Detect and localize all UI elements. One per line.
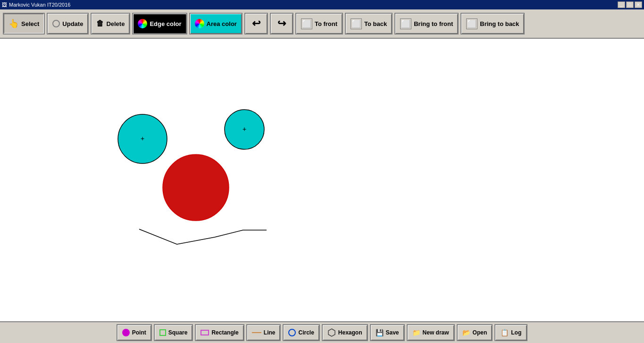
log-icon: 📋 (501, 329, 509, 336)
bring-to-back-label: Bring to back (480, 20, 519, 27)
rectangle-icon (201, 330, 209, 335)
drawing-canvas[interactable]: + + (0, 39, 644, 321)
close-button[interactable]: ✕ (635, 1, 642, 8)
select-button[interactable]: 👆 Select (3, 13, 45, 34)
toolbar: 👆 Select Update 🗑 Delete Edge color Area… (0, 9, 644, 39)
delete-label: Delete (106, 20, 125, 27)
minimize-button[interactable]: _ (618, 1, 625, 8)
line-icon (252, 332, 261, 333)
hand-icon: 👆 (8, 18, 19, 29)
to-back-button[interactable]: ⬜ To back (345, 13, 393, 34)
circle-icon (288, 329, 296, 336)
square-button[interactable]: Square (154, 324, 193, 341)
hexagon-label: Hexagon (338, 329, 362, 336)
undo-icon: ↩ (252, 17, 260, 30)
bring-to-back-icon: ⬜ (466, 18, 477, 29)
area-color-button[interactable]: Area color (189, 13, 243, 34)
update-icon (52, 20, 60, 27)
circle-large-red[interactable] (163, 154, 229, 221)
rectangle-label: Rectangle (211, 329, 238, 336)
select-label: Select (21, 20, 39, 27)
save-icon: 💾 (376, 329, 384, 336)
edge-color-icon (138, 19, 147, 28)
polyline-shape[interactable] (139, 229, 267, 244)
title-bar-text: Markovic Vukan IT20/2016 (9, 2, 70, 8)
save-label: Save (386, 329, 399, 336)
point-label: Point (132, 329, 146, 336)
newdraw-label: New draw (423, 329, 449, 336)
redo-icon: ↪ (277, 17, 286, 30)
area-color-icon (195, 19, 204, 28)
title-bar-controls[interactable]: _ □ ✕ (618, 1, 642, 8)
circle-label: Circle (298, 329, 314, 336)
square-icon (159, 329, 166, 336)
redo-button[interactable]: ↪ (270, 13, 293, 34)
edge-color-label: Edge color (150, 20, 181, 27)
update-button[interactable]: Update (47, 13, 89, 34)
canvas-area[interactable]: + + (0, 39, 644, 321)
title-bar-left: 🖼 Markovic Vukan IT20/2016 (2, 2, 70, 8)
bring-to-front-button[interactable]: ⬜ Bring to front (394, 13, 459, 34)
trash-icon: 🗑 (96, 19, 104, 28)
square-label: Square (168, 329, 188, 336)
save-button[interactable]: 💾 Save (370, 324, 405, 341)
circle-button[interactable]: Circle (283, 324, 319, 341)
undo-button[interactable]: ↩ (244, 13, 268, 34)
point-icon (122, 329, 130, 336)
open-label: Open (473, 329, 487, 336)
title-bar: 🖼 Markovic Vukan IT20/2016 _ □ ✕ (0, 0, 644, 9)
log-label: Log (511, 329, 521, 336)
svg-marker-0 (328, 329, 335, 336)
delete-button[interactable]: 🗑 Delete (91, 13, 130, 34)
open-icon: 📂 (462, 329, 470, 336)
bring-to-front-icon: ⬜ (400, 18, 411, 29)
point-button[interactable]: Point (117, 324, 152, 341)
edge-color-button[interactable]: Edge color (132, 13, 187, 34)
bottom-toolbar: Point Square Rectangle Line Circle Hexag… (0, 321, 644, 343)
newdraw-button[interactable]: 📁 New draw (407, 324, 455, 341)
newdraw-icon: 📁 (412, 329, 420, 336)
hexagon-icon (327, 328, 336, 337)
to-front-button[interactable]: ⬜ To front (295, 13, 343, 34)
update-label: Update (62, 20, 83, 27)
app-icon: 🖼 (2, 2, 7, 8)
to-front-icon: ⬜ (301, 18, 312, 29)
bring-to-back-button[interactable]: ⬜ Bring to back (460, 13, 525, 34)
hexagon-button[interactable]: Hexagon (322, 324, 368, 341)
log-button[interactable]: 📋 Log (494, 324, 527, 341)
rectangle-button[interactable]: Rectangle (195, 324, 244, 341)
to-back-label: To back (364, 20, 387, 27)
open-button[interactable]: 📂 Open (457, 324, 493, 341)
to-front-label: To front (315, 20, 337, 27)
circle-small-right-cross: + (243, 125, 246, 133)
area-color-label: Area color (207, 20, 237, 27)
line-button[interactable]: Line (246, 324, 281, 341)
maximize-button[interactable]: □ (626, 1, 634, 8)
circle-small-left-cross: + (141, 135, 144, 142)
bring-to-front-label: Bring to front (414, 20, 453, 27)
to-back-icon: ⬜ (351, 18, 362, 29)
line-label: Line (264, 329, 276, 336)
